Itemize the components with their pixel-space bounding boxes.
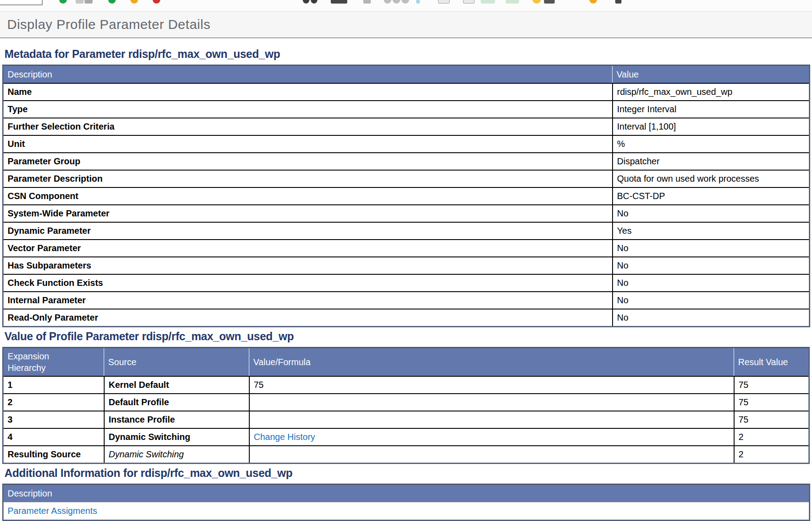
value-section-heading: Value of Profile Parameter rdisp/rfc_max… [4, 330, 812, 343]
additional-section-heading: Additional Information for rdisp/rfc_max… [4, 467, 812, 480]
row-value: No [612, 309, 809, 326]
formula-cell [249, 411, 734, 428]
table-row: Internal Parameter No [4, 291, 809, 309]
row-value: No [612, 240, 809, 256]
table-row: 3 Instance Profile 75 [4, 411, 808, 428]
table-row: Name rdisp/rfc_max_own_used_wp [4, 83, 809, 100]
last-page-icon[interactable] [402, 0, 409, 4]
source-cell: Dynamic Switching [104, 446, 249, 463]
hierarchy-cell: 2 [4, 394, 104, 411]
copy-window-icon[interactable] [463, 0, 475, 4]
row-value: No [612, 275, 809, 291]
hierarchy-cell: Resulting Source [4, 446, 104, 463]
row-label: Dynamic Parameter [4, 223, 612, 239]
row-label: Vector Parameter [4, 240, 612, 256]
save-icon[interactable] [76, 0, 84, 4]
formula-cell [249, 446, 734, 463]
save-icon-shadow [85, 0, 93, 4]
source-cell: Instance Profile [104, 411, 249, 428]
verify-icon[interactable] [416, 0, 420, 4]
result-cell: 2 [734, 446, 808, 463]
table-row: Parameter Assigments [4, 502, 809, 520]
next-page-icon[interactable] [393, 0, 400, 4]
title-bar: Display Profile Parameter Details [0, 12, 812, 38]
row-value: Interval [1,100] [612, 118, 809, 135]
result-cell: 2 [734, 429, 808, 445]
column-header-result-value: Result Value [734, 348, 808, 376]
cancel-icon[interactable] [153, 0, 160, 4]
row-label: Type [4, 101, 612, 118]
source-cell: Dynamic Switching [104, 429, 249, 445]
change-history-link[interactable]: Change History [254, 432, 315, 442]
table-row: Type Integer Interval [4, 100, 809, 118]
column-header-source: Source [104, 348, 249, 376]
table-row: 2 Default Profile 75 [4, 393, 808, 411]
new-window-icon[interactable] [438, 0, 450, 4]
table-row: Check Function Exists No [4, 274, 809, 291]
options-icon[interactable] [544, 0, 555, 4]
help-icon[interactable] [615, 0, 621, 4]
table-row: 1 Kernel Default 75 75 [4, 376, 808, 393]
result-cell: 75 [734, 377, 808, 393]
value-table: Expansion Hierarchy Source Value/Formula… [2, 347, 810, 464]
formula-cell: 75 [249, 377, 734, 393]
metadata-table: Description Value Name rdisp/rfc_max_own… [2, 65, 810, 327]
find-icon[interactable] [303, 0, 309, 4]
table-row: Resulting Source Dynamic Switching 2 [4, 445, 808, 463]
table-row: System-Wide Parameter No [4, 204, 809, 222]
formula-cell [249, 394, 734, 411]
row-label: Read-Only Parameter [4, 309, 612, 326]
row-value: % [612, 136, 809, 152]
row-value: rdisp/rfc_max_own_used_wp [612, 84, 809, 100]
source-cell: Kernel Default [104, 377, 249, 393]
table-row: CSN Component BC-CST-DP [4, 187, 809, 204]
hierarchy-cell: 3 [4, 411, 104, 428]
row-value: No [612, 205, 809, 222]
column-header-description: Description [4, 485, 52, 502]
hierarchy-cell: 1 [4, 377, 104, 393]
gui-status-icon[interactable] [589, 0, 597, 4]
row-label: Unit [4, 136, 612, 152]
exit-icon[interactable] [130, 0, 138, 4]
row-value: No [612, 292, 809, 309]
additional-table-header: Description [4, 485, 809, 502]
create-shortcut-icon[interactable] [532, 0, 541, 4]
paste-icon[interactable] [506, 0, 519, 4]
table-row: Dynamic Parameter Yes [4, 222, 809, 239]
result-cell: 75 [734, 411, 808, 428]
column-header-value: Value [612, 66, 809, 83]
content-area: Metadata for Parameter rdisp/rfc_max_own… [0, 48, 812, 521]
print-icon[interactable] [331, 0, 347, 4]
table-row: Read-Only Parameter No [4, 309, 809, 326]
row-label: Parameter Group [4, 153, 612, 170]
previous-page-icon[interactable] [384, 0, 391, 4]
source-cell: Default Profile [104, 394, 249, 411]
row-value: Yes [612, 223, 809, 239]
column-header-value-formula: Value/Formula [249, 348, 734, 376]
row-label: Further Selection Criteria [4, 118, 612, 135]
table-row: Further Selection Criteria Interval [1,1… [4, 118, 809, 135]
row-label: Name [4, 84, 612, 100]
formula-cell: Change History [249, 429, 734, 445]
new-session-icon[interactable] [481, 0, 495, 4]
continue-icon[interactable] [108, 0, 116, 4]
hierarchy-cell: 4 [4, 429, 104, 445]
column-header-description: Description [4, 66, 612, 83]
first-page-icon[interactable] [363, 0, 371, 4]
table-row: Parameter Description Quota for own used… [4, 170, 809, 187]
parameter-assignments-link[interactable]: Parameter Assigments [8, 506, 97, 516]
row-label: Internal Parameter [4, 292, 612, 309]
command-field[interactable] [0, 0, 43, 5]
additional-link-cell: Parameter Assigments [4, 502, 97, 520]
row-label: Parameter Description [4, 171, 612, 187]
result-cell: 75 [734, 394, 808, 411]
value-table-header: Expansion Hierarchy Source Value/Formula… [4, 348, 808, 376]
find-next-icon[interactable] [311, 0, 317, 4]
row-value: Dispatcher [612, 153, 809, 170]
row-value: Quota for own used work processes [612, 171, 809, 187]
enter-icon[interactable] [59, 0, 67, 4]
table-row: Has Subparameters No [4, 256, 809, 274]
row-value: Integer Interval [612, 101, 809, 118]
row-label: Check Function Exists [4, 275, 612, 291]
row-label: Has Subparameters [4, 257, 612, 274]
